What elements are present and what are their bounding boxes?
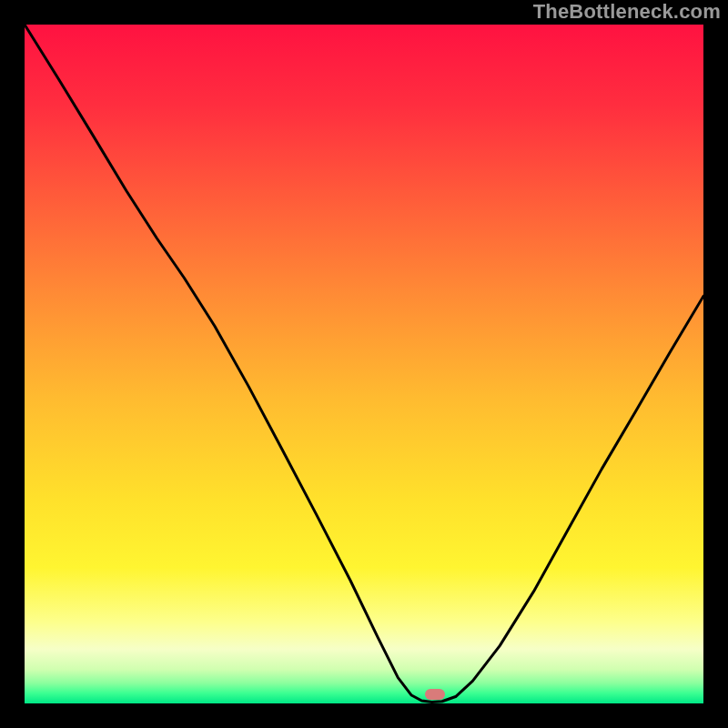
plot-area — [25, 25, 703, 703]
watermark-text: TheBottleneck.com — [533, 0, 721, 24]
chart-container: TheBottleneck.com — [0, 0, 728, 728]
optimum-marker — [425, 689, 445, 700]
bottleneck-curve — [25, 25, 703, 703]
